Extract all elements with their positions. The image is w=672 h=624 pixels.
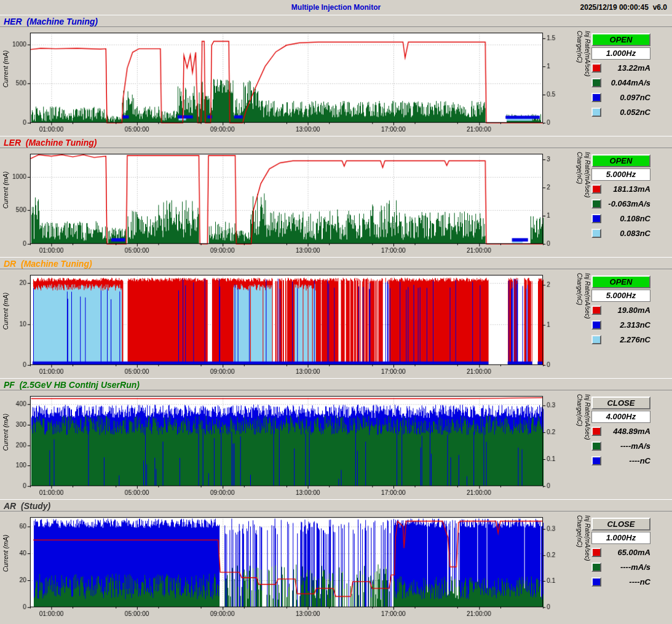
current-color-swatch <box>591 427 601 436</box>
chart-canvas <box>1 28 575 135</box>
panel-body: Current (mA) Charge(nC) Inj Rate(mA/sec)… <box>0 390 672 499</box>
version-label: v6.0 <box>653 3 667 12</box>
panel-ler: LER (Machine Tuning) Current (mA) Charge… <box>0 136 672 257</box>
inj-rate-color-swatch <box>591 199 601 208</box>
charge-color-swatch <box>591 93 601 102</box>
readout-value: 0.083nC <box>620 229 650 238</box>
side-readout: OPEN 5.000Hz 19.80mA 2.313nC 2.276nC <box>591 269 655 377</box>
injection-frequency-readout: 5.000Hz <box>591 290 650 302</box>
right-axis-label: Charge(nC) Inj Rate(mA/sec) <box>575 511 591 620</box>
charge2-color-swatch <box>591 335 601 344</box>
readout-row: 2.276nC <box>591 334 650 346</box>
panel-title-bar: HER (Machine Tuning) <box>0 15 672 27</box>
charge2-color-swatch <box>591 229 601 238</box>
readout-value: 2.313nC <box>620 320 650 330</box>
panel-title: LER (Machine Tuning) <box>4 138 97 148</box>
readout-row: 0.097nC <box>591 92 650 103</box>
readout-value: 0.052nC <box>620 108 650 117</box>
panel-body: Current (mA) Charge(nC) Inj Rate(mA/sec)… <box>0 148 672 256</box>
left-axis-label: Current (mA) <box>0 269 1 377</box>
chart-canvas <box>1 149 575 256</box>
readout-row: 0.052nC <box>591 106 650 118</box>
readout-value: 19.80mA <box>618 306 650 315</box>
shutter-status-button[interactable]: OPEN <box>591 33 650 46</box>
chart-canvas <box>1 270 575 377</box>
readout-row: ----mA/s <box>591 440 650 452</box>
chart-area: Current (mA) Charge(nC) Inj Rate(mA/sec) <box>0 148 591 256</box>
readout-value: ----mA/s <box>620 441 650 451</box>
header-bar: Multiple Injection Monitor 2025/12/19 00… <box>0 0 672 15</box>
shutter-status-button[interactable]: OPEN <box>591 275 650 288</box>
readout-row: 19.80mA <box>591 304 650 316</box>
readout-row: 65.00mA <box>591 547 650 558</box>
readout-row: 181.13mA <box>591 183 650 195</box>
current-color-swatch <box>591 184 601 194</box>
readout-value: ----mA/s <box>620 563 650 572</box>
shutter-status-button[interactable]: CLOSE <box>591 518 650 531</box>
readout-rows: 65.00mA ----mA/s ----nC <box>591 547 650 588</box>
chart-area: Current (mA) Charge(nC) Inj Rate(mA/sec) <box>0 27 591 135</box>
timestamp: 2025/12/19 00:00:45 <box>580 3 649 12</box>
readout-row: ----mA/s <box>591 561 650 573</box>
panel-title: HER (Machine Tuning) <box>4 17 98 26</box>
charge2-color-swatch <box>591 108 601 117</box>
charge-color-swatch <box>591 214 601 223</box>
right-axis-label: Charge(nC) Inj Rate(mA/sec) <box>575 148 591 256</box>
injection-frequency-readout: 1.000Hz <box>591 532 650 544</box>
chart-canvas <box>1 391 575 499</box>
readout-rows: 19.80mA 2.313nC 2.276nC <box>591 304 650 346</box>
panel-dr: DR (Machine Tuning) Current (mA) Charge(… <box>0 257 672 378</box>
readout-rows: 448.89mA ----mA/s ----nC <box>591 425 650 467</box>
readout-rows: 13.22mA 0.044mA/s 0.097nC 0.052nC <box>591 62 650 118</box>
chart-area: Current (mA) Charge(nC) Inj Rate(mA/sec) <box>0 390 591 499</box>
panel-her: HER (Machine Tuning) Current (mA) Charge… <box>0 15 672 136</box>
header-timestamp: 2025/12/19 00:00:45 v6.0 <box>580 3 667 12</box>
readout-row: 13.22mA <box>591 62 650 74</box>
current-color-swatch <box>591 63 601 73</box>
app-title: Multiple Injection Monitor <box>0 3 672 12</box>
current-color-swatch <box>591 548 601 557</box>
readout-value: 65.00mA <box>618 548 650 557</box>
panel-title-bar: PF (2.5GeV HB ContInj UserRun) <box>0 378 672 390</box>
readout-value: -0.063mA/s <box>608 199 650 208</box>
readout-value: 0.097nC <box>620 93 650 102</box>
injection-frequency-readout: 5.000Hz <box>591 168 650 181</box>
readout-value: 0.108nC <box>620 214 650 223</box>
inj-rate-color-swatch <box>591 78 601 87</box>
side-readout: OPEN 1.000Hz 13.22mA 0.044mA/s 0.097nC 0… <box>591 27 655 135</box>
inj-rate-color-swatch <box>591 563 601 572</box>
readout-row: 0.108nC <box>591 213 650 224</box>
charge-color-swatch <box>591 577 601 586</box>
panel-body: Current (mA) Charge(nC) Inj Rate(mA/sec)… <box>0 269 672 377</box>
side-readout: OPEN 5.000Hz 181.13mA -0.063mA/s 0.108nC… <box>591 148 655 256</box>
right-axis-label: Charge(nC) Inj Rate(mA/sec) <box>575 390 591 499</box>
left-axis-label: Current (mA) <box>0 27 1 135</box>
readout-row: 0.044mA/s <box>591 77 650 89</box>
panel-title: AR (Study) <box>4 501 50 511</box>
panel-ar: AR (Study) Current (mA) Charge(nC) Inj R… <box>0 499 672 620</box>
panels-container: HER (Machine Tuning) Current (mA) Charge… <box>0 15 672 620</box>
readout-rows: 181.13mA -0.063mA/s 0.108nC 0.083nC <box>591 183 650 239</box>
readout-row: 0.083nC <box>591 227 650 239</box>
panel-title-bar: DR (Machine Tuning) <box>0 257 672 269</box>
readout-value: 0.044mA/s <box>611 78 650 87</box>
readout-row: -0.063mA/s <box>591 198 650 210</box>
chart-canvas <box>1 512 575 620</box>
inj-rate-color-swatch <box>591 441 601 451</box>
panel-pf: PF (2.5GeV HB ContInj UserRun) Current (… <box>0 378 672 499</box>
readout-value: ----nC <box>629 456 650 465</box>
shutter-status-button[interactable]: OPEN <box>591 154 650 167</box>
readout-value: 13.22mA <box>618 63 650 73</box>
right-axis-label: Charge(nC) Inj Rate(mA/sec) <box>575 269 591 377</box>
left-axis-label: Current (mA) <box>0 511 1 620</box>
readout-row: 2.313nC <box>591 319 650 331</box>
readout-value: 448.89mA <box>613 427 650 436</box>
current-color-swatch <box>591 306 601 315</box>
readout-value: ----nC <box>629 577 650 586</box>
charge-color-swatch <box>591 320 601 330</box>
chart-area: Current (mA) Charge(nC) Inj Rate(mA/sec) <box>0 511 591 620</box>
side-readout: CLOSE 1.000Hz 65.00mA ----mA/s ----nC <box>591 511 655 620</box>
charge-color-swatch <box>591 456 601 465</box>
shutter-status-button[interactable]: CLOSE <box>591 397 650 409</box>
side-readout: CLOSE 4.000Hz 448.89mA ----mA/s ----nC <box>591 390 655 499</box>
